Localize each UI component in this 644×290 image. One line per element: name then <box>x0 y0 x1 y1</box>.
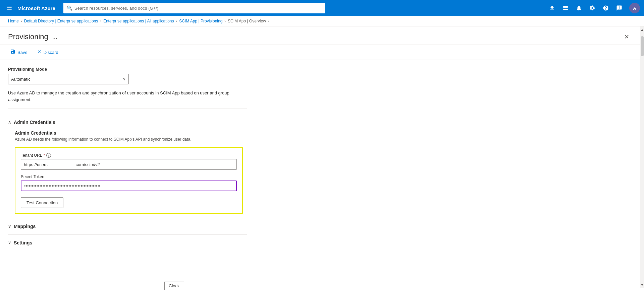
scroll-up-arrow[interactable]: ▲ <box>640 26 644 33</box>
admin-credentials-header-label: Admin Credentials <box>14 120 55 125</box>
discard-button[interactable]: Discard <box>35 48 60 57</box>
page-header: Provisioning ... ✕ <box>0 26 640 45</box>
page-more-button[interactable]: ... <box>52 33 57 41</box>
toolbar: Save Discard <box>0 45 640 60</box>
secret-token-input[interactable] <box>21 180 237 191</box>
test-connection-button[interactable]: Test Connection <box>21 197 63 208</box>
close-button[interactable]: ✕ <box>622 32 632 42</box>
search-box: 🔍 <box>63 3 325 13</box>
discard-label: Discard <box>44 50 58 55</box>
breadcrumb-sep-5: › <box>268 19 269 23</box>
admin-credentials-content: Admin Credentials Azure AD needs the fol… <box>8 126 247 214</box>
admin-cred-title: Admin Credentials <box>15 130 247 136</box>
breadcrumb-sep-1: › <box>21 19 22 23</box>
discard-icon <box>37 49 42 55</box>
tenant-url-info-icon[interactable]: i <box>46 153 51 158</box>
breadcrumb-default-dir[interactable]: Default Directory | Enterprise applicati… <box>24 19 98 23</box>
breadcrumb: Home › Default Directory | Enterprise ap… <box>0 16 644 26</box>
breadcrumb-sep-4: › <box>224 19 226 23</box>
admin-credentials-section: ∧ Admin Credentials Admin Credentials Az… <box>8 114 247 218</box>
save-button[interactable]: Save <box>8 48 30 57</box>
section-divider <box>8 108 247 108</box>
directory-icon[interactable] <box>559 2 572 14</box>
admin-cred-chevron-icon: ∧ <box>8 120 11 125</box>
settings-section: ∨ Settings <box>8 234 247 251</box>
breadcrumb-all-apps[interactable]: Enterprise applications | All applicatio… <box>103 19 174 23</box>
scrollbar: ▲ ▼ <box>640 26 644 288</box>
search-input[interactable] <box>74 6 322 11</box>
provisioning-mode-dropdown[interactable]: Automatic ∨ <box>8 74 129 84</box>
admin-cred-description: Azure AD needs the following information… <box>15 137 247 142</box>
breadcrumb-provisioning[interactable]: SCIM App | Provisioning <box>179 19 222 23</box>
scroll-thumb[interactable] <box>641 36 644 56</box>
nav-icons: A <box>546 2 640 14</box>
tenant-url-group: Tenant URL * i <box>21 153 237 170</box>
settings-icon[interactable] <box>586 2 598 14</box>
help-icon[interactable] <box>600 2 612 14</box>
mappings-header-label: Mappings <box>14 224 36 229</box>
content-area: Provisioning Mode Automatic ∨ Use Azure … <box>0 60 255 258</box>
provisioning-mode-value: Automatic <box>11 77 31 82</box>
settings-header-label: Settings <box>14 240 32 245</box>
mappings-chevron-icon: ∨ <box>8 224 11 229</box>
feedback-icon[interactable] <box>613 2 625 14</box>
page-content: Provisioning ... ✕ Save Discard <box>0 26 644 288</box>
clock-tooltip: Clock <box>164 282 184 290</box>
scroll-down-arrow[interactable]: ▼ <box>640 282 644 288</box>
save-label: Save <box>17 50 28 55</box>
mappings-section: ∨ Mappings <box>8 218 247 234</box>
scroll-thumb-area <box>640 33 644 282</box>
tenant-url-input[interactable] <box>21 159 237 170</box>
tenant-url-label: Tenant URL * i <box>21 153 237 158</box>
main-area: Provisioning ... ✕ Save Discard <box>0 26 640 288</box>
provisioning-mode-label: Provisioning Mode <box>8 67 247 72</box>
secret-token-label: Secret Token <box>21 174 237 179</box>
save-icon <box>10 49 15 56</box>
settings-chevron-icon: ∨ <box>8 240 11 245</box>
credentials-box: Tenant URL * i Secret Token <box>15 147 243 214</box>
secret-token-group: Secret Token <box>21 174 237 191</box>
breadcrumb-sep-2: › <box>100 19 101 23</box>
provisioning-mode-group: Provisioning Mode Automatic ∨ <box>8 67 247 84</box>
breadcrumb-home[interactable]: Home <box>8 19 19 23</box>
search-icon: 🔍 <box>67 5 72 11</box>
hamburger-menu-icon[interactable]: ☰ <box>4 3 15 13</box>
cloud-upload-icon[interactable] <box>546 2 558 14</box>
page-title: Provisioning <box>8 32 48 41</box>
mappings-header[interactable]: ∨ Mappings <box>8 222 247 230</box>
admin-credentials-header[interactable]: ∧ Admin Credentials <box>8 118 247 126</box>
settings-header[interactable]: ∨ Settings <box>8 239 247 247</box>
breadcrumb-current: SCIM App | Overview <box>228 19 266 23</box>
breadcrumb-sep-3: › <box>176 19 177 23</box>
app-brand: Microsoft Azure <box>17 5 55 11</box>
avatar[interactable]: A <box>629 3 640 13</box>
notifications-icon[interactable] <box>573 2 585 14</box>
top-navigation: ☰ Microsoft Azure 🔍 A <box>0 0 644 16</box>
provisioning-description: Use Azure AD to manage the creation and … <box>8 90 229 103</box>
required-indicator: * <box>43 153 45 158</box>
dropdown-chevron-icon: ∨ <box>123 77 126 81</box>
